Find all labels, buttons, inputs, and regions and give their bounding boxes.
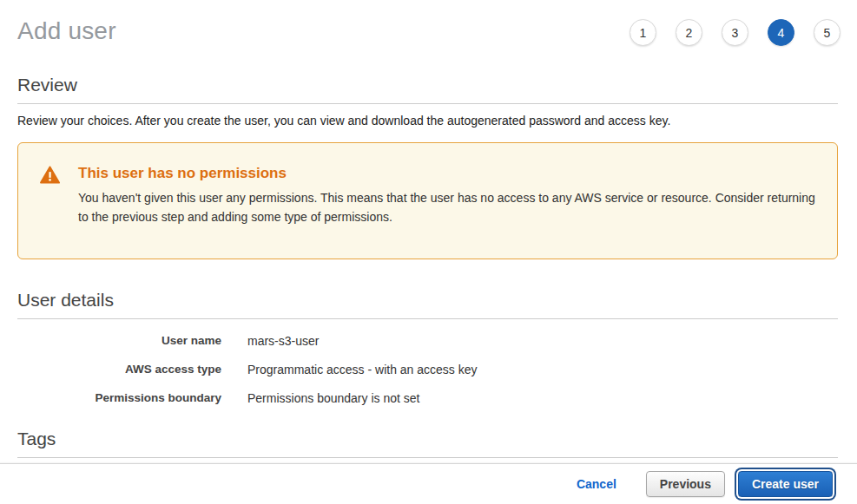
step-3[interactable]: 3 xyxy=(722,19,748,46)
warning-triangle-icon xyxy=(40,166,60,226)
cancel-link[interactable]: Cancel xyxy=(577,477,616,491)
step-1[interactable]: 1 xyxy=(630,19,656,46)
aws-access-type-label: AWS access type xyxy=(17,363,221,376)
aws-access-type-row: AWS access type Programmatic access - wi… xyxy=(17,363,838,376)
permissions-boundary-row: Permissions boundary Permissions boundar… xyxy=(17,391,838,405)
warning-body: You haven't given this user any permissi… xyxy=(78,188,825,226)
step-4-active[interactable]: 4 xyxy=(768,19,794,46)
step-5[interactable]: 5 xyxy=(814,19,841,46)
user-name-row: User name mars-s3-user xyxy=(17,334,838,348)
wizard-body: Review Review your choices. After you cr… xyxy=(0,75,857,485)
user-details-heading: User details xyxy=(17,290,838,319)
wizard-header: Add user 1 2 3 4 5 xyxy=(0,0,857,61)
permissions-boundary-value: Permissions boundary is not set xyxy=(247,391,419,405)
step-indicator: 1 2 3 4 5 xyxy=(630,19,841,46)
warning-content: This user has no permissions You haven't… xyxy=(78,165,825,226)
review-section: Review Review your choices. After you cr… xyxy=(17,75,838,128)
warning-title: This user has no permissions xyxy=(78,165,825,182)
aws-access-type-value: Programmatic access - with an access key xyxy=(247,363,478,376)
wizard-footer: Cancel Previous Create user xyxy=(0,463,857,504)
review-heading: Review xyxy=(17,75,838,104)
review-description: Review your choices. After you create th… xyxy=(17,114,838,128)
user-name-label: User name xyxy=(17,334,221,348)
permissions-boundary-label: Permissions boundary xyxy=(17,391,221,405)
no-permissions-warning: This user has no permissions You haven't… xyxy=(17,142,838,259)
create-user-button[interactable]: Create user xyxy=(738,471,833,497)
user-details-section: User details User name mars-s3-user AWS … xyxy=(17,290,838,405)
step-2[interactable]: 2 xyxy=(676,19,702,46)
user-details-rows: User name mars-s3-user AWS access type P… xyxy=(17,334,838,405)
previous-button[interactable]: Previous xyxy=(646,471,725,497)
tags-heading: Tags xyxy=(17,429,838,458)
page-title: Add user xyxy=(17,17,116,45)
user-name-value: mars-s3-user xyxy=(247,334,319,348)
